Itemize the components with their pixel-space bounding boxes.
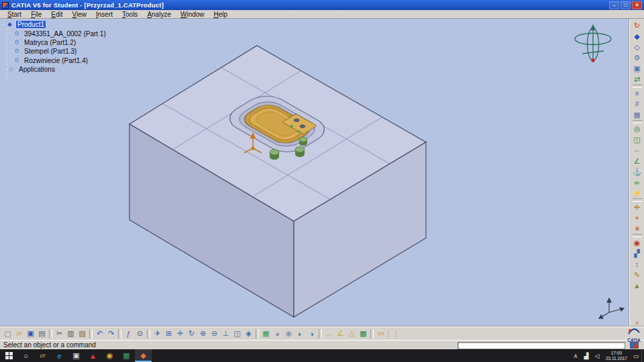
- file[interactable]: File: [26, 11, 46, 18]
- ground-icon[interactable]: ▦: [260, 328, 272, 339]
- explode-icon[interactable]: ✳: [632, 223, 643, 234]
- file-explorer[interactable]: ▱: [34, 349, 51, 362]
- volume-icon[interactable]: ◁: [592, 353, 602, 359]
- tools[interactable]: Tools: [117, 11, 142, 18]
- close-button[interactable]: ✕: [632, 1, 642, 9]
- toolbar-overflow-icon[interactable]: ⋮⋮: [386, 328, 398, 339]
- help[interactable]: Help: [209, 11, 233, 18]
- acrobat-reader[interactable]: ▲: [85, 349, 101, 362]
- manage-representations-icon[interactable]: ▦: [632, 109, 643, 120]
- action-center-icon[interactable]: ▭: [631, 353, 641, 359]
- copy-icon[interactable]: ▥: [65, 328, 76, 339]
- tree-item[interactable]: ◆ Product1: [2, 20, 107, 29]
- search[interactable]: ○: [17, 349, 34, 362]
- tree-item-label[interactable]: Matryca (Part1.2): [23, 39, 77, 46]
- separator[interactable]: [49, 329, 52, 339]
- shading-icon[interactable]: ●: [272, 328, 283, 339]
- separator[interactable]: [370, 329, 374, 339]
- edit[interactable]: Edit: [46, 11, 67, 18]
- media-app[interactable]: ▣: [68, 349, 85, 362]
- offset-constraint-icon[interactable]: ⇔: [632, 145, 643, 156]
- zoom-out-icon[interactable]: ⊖: [209, 328, 220, 339]
- start-button[interactable]: [0, 349, 17, 362]
- tree-item[interactable]: ◇ Applications: [3, 65, 107, 74]
- tree-item-label[interactable]: Rozwiniecie (Part1.4): [23, 57, 89, 64]
- save-icon[interactable]: ▣: [25, 328, 36, 339]
- hidden-icons-chevron[interactable]: ∧: [570, 353, 581, 359]
- tree-item-label[interactable]: Product1: [16, 21, 46, 28]
- multi-view-icon[interactable]: ◫: [231, 328, 243, 339]
- taskbar-clock[interactable]: 17:00 23.11.2017: [602, 351, 631, 361]
- insert[interactable]: Insert: [91, 11, 117, 18]
- separator[interactable]: [118, 329, 121, 339]
- separator[interactable]: [147, 329, 150, 339]
- analyze[interactable]: Analyze: [142, 11, 176, 18]
- pan-icon[interactable]: ✛: [174, 328, 186, 339]
- component-icon[interactable]: ◇: [632, 42, 643, 52]
- graph-tree-icon[interactable]: ≡: [632, 88, 643, 99]
- update-icon[interactable]: ↻: [632, 20, 643, 31]
- cut-icon[interactable]: ✂: [54, 328, 65, 339]
- tree-item[interactable]: ⚙ Rozwiniecie (Part1.4): [9, 56, 107, 65]
- isometric-view-icon[interactable]: ◈: [243, 328, 254, 339]
- angle-constraint-icon[interactable]: ∠: [632, 156, 643, 166]
- tree-item-label[interactable]: Stempel (Part1.3): [23, 48, 78, 55]
- pin-top[interactable]: [270, 149, 279, 155]
- shading-with-edges-icon[interactable]: ◉: [283, 328, 294, 339]
- print-icon[interactable]: ▤: [36, 328, 48, 339]
- tree-item[interactable]: ⚙ Matryca (Part1.2): [9, 38, 107, 47]
- tree-item-label[interactable]: Applications: [17, 66, 56, 73]
- chrome-browser[interactable]: ◉: [101, 349, 118, 362]
- quick-constraint-icon[interactable]: ⚡: [632, 188, 643, 198]
- distance-band-icon[interactable]: ↕: [632, 259, 643, 269]
- minimize-button[interactable]: –: [609, 1, 619, 9]
- start[interactable]: Start: [3, 11, 26, 18]
- show-desktop-button[interactable]: [641, 349, 644, 362]
- weld-feature-icon[interactable]: ▲: [632, 280, 643, 291]
- snap-icon[interactable]: ⌖: [632, 213, 643, 223]
- generate-numbering-icon[interactable]: #: [632, 99, 643, 109]
- tree-item[interactable]: ⚙ Stempel (Part1.3): [9, 47, 107, 56]
- redo-icon[interactable]: ↷: [105, 328, 117, 339]
- manipulation-icon[interactable]: ✛: [632, 202, 643, 213]
- fit-all-in-icon[interactable]: ⊞: [163, 328, 174, 339]
- toolbar-overflow-chevron[interactable]: »: [633, 321, 640, 324]
- formula-icon[interactable]: ƒ: [123, 328, 134, 339]
- pin-top[interactable]: [299, 137, 307, 141]
- zoom-in-icon[interactable]: ⊕: [197, 328, 209, 339]
- tree-item[interactable]: ⚙ 3943351_AA_0002 (Part 1): [9, 29, 107, 38]
- excel[interactable]: ▦: [118, 349, 135, 362]
- power-input-icon[interactable]: [630, 342, 639, 349]
- fly-mode-icon[interactable]: ✈: [152, 328, 163, 339]
- rotate-icon[interactable]: ↻: [186, 328, 197, 339]
- pin-top[interactable]: [295, 147, 305, 152]
- view[interactable]: View: [67, 11, 91, 18]
- network-icon[interactable]: ▟: [581, 353, 592, 359]
- window[interactable]: Window: [176, 11, 209, 18]
- separator[interactable]: [256, 329, 259, 339]
- measure-item-icon[interactable]: ∠: [335, 328, 346, 339]
- new-document-icon[interactable]: ▢: [2, 328, 13, 339]
- measure-between-icon[interactable]: ⇔: [323, 328, 335, 339]
- apply-material-icon[interactable]: ▩: [358, 328, 369, 339]
- search-icon[interactable]: ⊙: [134, 328, 146, 339]
- normal-view-icon[interactable]: ⊥: [220, 328, 231, 339]
- tree-item-label[interactable]: 3943351_AA_0002 (Part 1): [23, 30, 107, 38]
- open-icon[interactable]: ▱: [13, 328, 25, 339]
- measure-inertia-icon[interactable]: △: [346, 328, 358, 339]
- part-icon[interactable]: ⚙: [632, 52, 643, 63]
- annotations-icon[interactable]: ✎: [632, 269, 643, 280]
- separator[interactable]: [319, 329, 322, 339]
- edge-browser[interactable]: e: [51, 349, 68, 362]
- replace-component-icon[interactable]: ⇄: [632, 74, 643, 84]
- separator[interactable]: [89, 329, 93, 339]
- compass-handle[interactable]: [591, 58, 594, 62]
- existing-component-icon[interactable]: ▣: [632, 63, 643, 74]
- contact-constraint-icon[interactable]: ◫: [632, 134, 643, 145]
- swap-visible-space-icon[interactable]: ◑: [306, 328, 317, 339]
- power-input[interactable]: [458, 342, 625, 349]
- product-icon[interactable]: ◆: [632, 31, 643, 42]
- fix-component-icon[interactable]: ⚓: [632, 166, 643, 177]
- coincidence-constraint-icon[interactable]: ◎: [632, 123, 643, 134]
- undo-icon[interactable]: ↶: [94, 328, 105, 339]
